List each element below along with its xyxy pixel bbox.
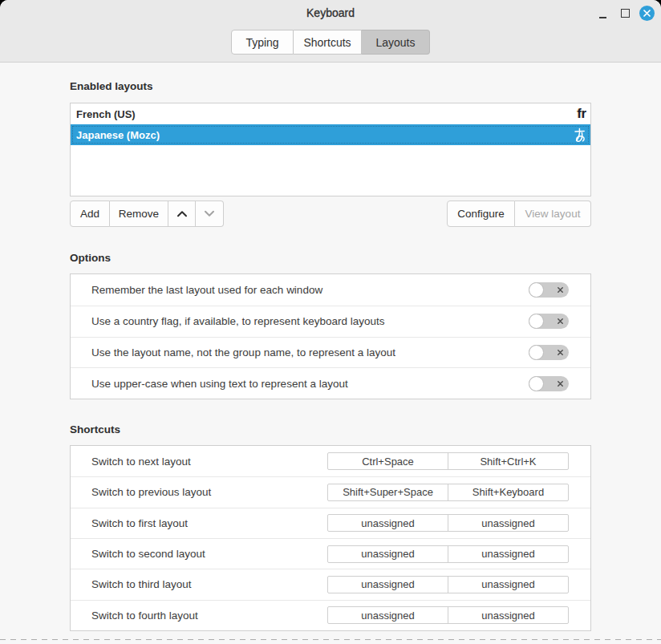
keybinding-cell[interactable]: unassigned	[448, 577, 568, 593]
shortcut-label: Switch to previous layout	[91, 486, 327, 498]
layout-row-japanese[interactable]: Japanese (Mozc)	[71, 124, 590, 145]
toggle-knob	[529, 314, 544, 329]
maximize-icon	[621, 9, 630, 18]
options-heading: Options	[70, 252, 591, 265]
toggle-layout-name[interactable]	[529, 345, 569, 360]
tab-strip: Typing Shortcuts Layouts	[0, 26, 661, 55]
tab-layouts[interactable]: Layouts	[362, 30, 430, 55]
keybinding-cell[interactable]: Shift+Ctrl+K	[448, 453, 568, 469]
move-up-button[interactable]	[168, 200, 196, 227]
layout-name: Japanese (Mozc)	[76, 129, 573, 141]
toggle-knob	[529, 376, 544, 391]
shortcuts-heading: Shortcuts	[70, 423, 591, 436]
configure-button[interactable]: Configure	[447, 200, 515, 227]
keybinding-cell[interactable]: unassigned	[328, 546, 448, 562]
keybinding-cell[interactable]: Ctrl+Space	[328, 453, 448, 469]
chevron-down-icon	[204, 210, 215, 217]
keyboard-settings-window: Keyboard Typing Shortcuts Layouts	[0, 0, 661, 644]
shortcut-row-second-layout: Switch to second layout unassigned unass…	[71, 538, 590, 569]
close-icon	[643, 10, 651, 17]
toggle-off-x-icon	[558, 287, 563, 293]
tab-shortcuts[interactable]: Shortcuts	[294, 30, 362, 55]
option-row-country-flag: Use a country flag, if available, to rep…	[71, 306, 590, 337]
toggle-off-x-icon	[558, 318, 563, 324]
shortcut-label: Switch to third layout	[91, 578, 327, 590]
toggle-upper-case[interactable]	[529, 376, 569, 391]
toggle-country-flag[interactable]	[529, 314, 569, 329]
tab-typing[interactable]: Typing	[231, 30, 294, 55]
toggle-remember-last-layout[interactable]	[529, 282, 569, 298]
keybinding-cell[interactable]: Shift+Super+Space	[328, 484, 448, 500]
shortcut-row-previous-layout: Switch to previous layout Shift+Super+Sp…	[71, 476, 590, 507]
option-row-layout-name: Use the layout name, not the group name,…	[71, 337, 590, 368]
toggle-off-x-icon	[558, 381, 563, 387]
keybinding-cell[interactable]: unassigned	[448, 515, 568, 531]
shortcut-label: Switch to second layout	[91, 548, 327, 560]
window-title: Keyboard	[0, 0, 661, 26]
shortcut-label: Switch to first layout	[91, 517, 327, 529]
shortcut-row-first-layout: Switch to first layout unassigned unassi…	[71, 508, 590, 538]
keybinding-cell[interactable]: Shift+Keyboard	[448, 484, 568, 500]
maximize-button[interactable]	[614, 0, 636, 26]
keybinding-cell[interactable]: unassigned	[448, 546, 568, 562]
list-edit-buttons: Add Remove	[70, 200, 224, 227]
view-layout-button[interactable]: View layout	[515, 200, 591, 227]
shortcut-row-next-layout: Switch to next layout Ctrl+Space Shift+C…	[71, 446, 590, 476]
toggle-off-x-icon	[558, 350, 563, 355]
keybinding-group: Ctrl+Space Shift+Ctrl+K	[327, 452, 569, 470]
shortcut-row-fourth-layout: Switch to fourth layout unassigned unass…	[71, 600, 590, 630]
keybinding-cell[interactable]: unassigned	[448, 607, 568, 623]
option-row-upper-case: Use upper-case when using text to repres…	[71, 367, 590, 399]
window-controls	[591, 0, 661, 26]
close-button[interactable]	[639, 6, 655, 21]
layout-row-french[interactable]: French (US) fr	[71, 103, 590, 124]
keybinding-group: unassigned unassigned	[327, 514, 569, 532]
layouts-toolbar: Add Remove Configure View layout	[70, 200, 591, 227]
layout-flag-fr: fr	[577, 107, 586, 120]
enabled-layouts-list: French (US) fr Japanese (Mozc)	[70, 103, 591, 196]
shortcut-label: Switch to fourth layout	[91, 610, 327, 622]
header: Keyboard Typing Shortcuts Layouts	[0, 0, 661, 63]
keybinding-group: unassigned unassigned	[327, 576, 569, 593]
add-layout-button[interactable]: Add	[70, 200, 110, 227]
minimize-icon	[599, 17, 606, 18]
minimize-button[interactable]	[591, 0, 614, 26]
shortcuts-list: Switch to next layout Ctrl+Space Shift+C…	[70, 445, 591, 631]
layout-action-buttons: Configure View layout	[447, 200, 591, 227]
shortcut-label: Switch to next layout	[91, 456, 327, 468]
titlebar[interactable]: Keyboard	[0, 0, 661, 26]
layout-flag-kana-a-icon	[573, 128, 586, 143]
enabled-layouts-heading: Enabled layouts	[70, 80, 591, 93]
keybinding-cell[interactable]: unassigned	[328, 515, 448, 531]
option-row-remember-last-layout: Remember the last layout used for each w…	[71, 274, 590, 306]
shortcut-row-third-layout: Switch to third layout unassigned unassi…	[71, 569, 590, 599]
layout-name: French (US)	[76, 108, 577, 120]
option-label: Use upper-case when using text to repres…	[91, 378, 529, 390]
chevron-up-icon	[176, 210, 188, 217]
keybinding-group: unassigned unassigned	[327, 545, 569, 563]
keybinding-group: Shift+Super+Space Shift+Keyboard	[327, 484, 569, 501]
move-down-button[interactable]	[196, 200, 224, 227]
scroll-focus-dashed-line	[0, 639, 661, 640]
remove-layout-button[interactable]: Remove	[110, 200, 168, 227]
option-label: Use a country flag, if available, to rep…	[91, 315, 529, 327]
layouts-page: Enabled layouts French (US) fr Japanese …	[70, 80, 591, 631]
keybinding-group: unassigned unassigned	[327, 606, 569, 624]
toggle-knob	[529, 282, 544, 298]
tab-switcher: Typing Shortcuts Layouts	[231, 30, 430, 55]
keybinding-cell[interactable]: unassigned	[328, 607, 448, 623]
option-label: Remember the last layout used for each w…	[91, 284, 529, 296]
options-list: Remember the last layout used for each w…	[70, 273, 591, 399]
keybinding-cell[interactable]: unassigned	[328, 577, 448, 593]
toggle-knob	[529, 345, 544, 360]
option-label: Use the layout name, not the group name,…	[91, 346, 529, 358]
